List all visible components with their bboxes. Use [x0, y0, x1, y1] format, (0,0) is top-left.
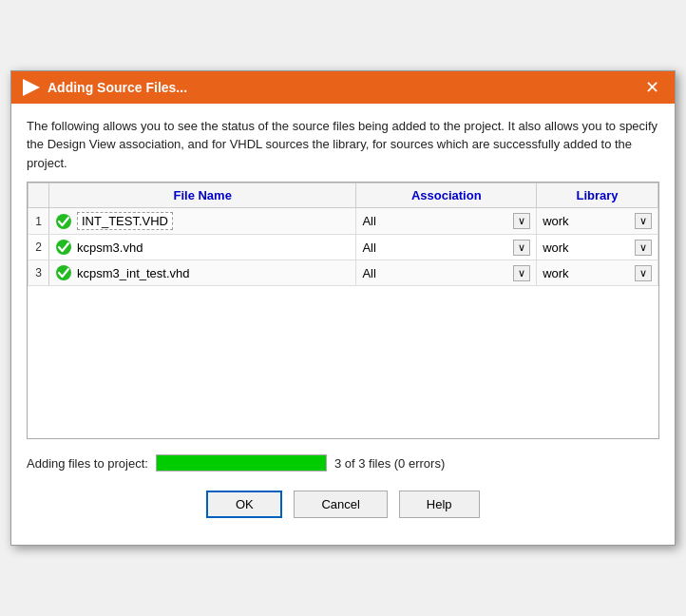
title-bar: Adding Source Files... ✕	[11, 71, 675, 104]
dialog-title: Adding Source Files...	[48, 80, 187, 95]
file-name-cell: INT_TEST.VHD	[49, 208, 356, 235]
file-name-cell: kcpsm3.vhd	[49, 235, 356, 260]
table-header-row: File Name Association Library	[29, 183, 658, 208]
ok-button[interactable]: OK	[206, 491, 282, 518]
row-number: 2	[29, 235, 49, 260]
association-dropdown[interactable]: ∨	[513, 265, 530, 281]
files-table-container: File Name Association Library 1INT_TEST.…	[27, 182, 659, 439]
library-value: work	[543, 266, 633, 280]
empty-table-area	[28, 286, 658, 438]
cancel-button[interactable]: Cancel	[294, 491, 387, 518]
library-dropdown[interactable]: ∨	[635, 213, 652, 229]
table-row: 3kcpsm3_int_test.vhdAll∨work∨	[29, 260, 658, 286]
table-row: 2kcpsm3.vhdAll∨work∨	[29, 235, 658, 260]
status-count: 3 of 3 files (0 errors)	[334, 456, 445, 471]
library-value: work	[543, 214, 633, 228]
library-dropdown[interactable]: ∨	[635, 240, 652, 256]
file-name-text: kcpsm3.vhd	[77, 241, 143, 255]
col-association-header: Association	[356, 183, 537, 208]
file-name-text: INT_TEST.VHD	[77, 212, 173, 230]
table-row: 1INT_TEST.VHDAll∨work∨	[29, 208, 658, 235]
status-ok-icon	[55, 264, 72, 281]
row-number: 1	[29, 208, 49, 235]
status-ok-icon	[55, 239, 72, 256]
dialog-body: The following allows you to see the stat…	[11, 104, 675, 546]
association-value: All	[362, 241, 511, 255]
library-value: work	[543, 241, 633, 255]
status-area: Adding files to project: 3 of 3 files (0…	[27, 449, 659, 473]
status-ok-icon	[55, 213, 72, 230]
row-number: 3	[29, 260, 49, 286]
association-dropdown[interactable]: ∨	[513, 240, 530, 256]
description-text: The following allows you to see the stat…	[27, 117, 659, 173]
association-value: All	[362, 214, 511, 228]
title-bar-left: Adding Source Files...	[23, 79, 187, 96]
col-num-header	[29, 183, 49, 208]
association-cell: All∨	[356, 235, 537, 260]
progress-bar-fill	[157, 455, 326, 471]
file-name-cell: kcpsm3_int_test.vhd	[49, 260, 356, 286]
file-name-text: kcpsm3_int_test.vhd	[77, 266, 190, 280]
col-filename-header: File Name	[49, 183, 356, 208]
dialog-window: Adding Source Files... ✕ The following a…	[10, 70, 676, 547]
library-cell: work∨	[537, 235, 658, 260]
table-body: 1INT_TEST.VHDAll∨work∨2kcpsm3.vhdAll∨wor…	[29, 208, 658, 286]
help-button[interactable]: Help	[399, 491, 480, 518]
association-dropdown[interactable]: ∨	[513, 213, 530, 229]
close-button[interactable]: ✕	[641, 79, 663, 96]
association-cell: All∨	[356, 208, 537, 235]
library-dropdown[interactable]: ∨	[635, 265, 652, 281]
col-library-header: Library	[537, 183, 658, 208]
svg-marker-0	[23, 79, 40, 96]
association-cell: All∨	[356, 260, 537, 286]
library-cell: work∨	[537, 208, 658, 235]
button-row: OK Cancel Help	[27, 483, 659, 531]
association-value: All	[362, 266, 511, 280]
progress-bar	[156, 454, 327, 472]
app-icon	[23, 79, 40, 96]
library-cell: work∨	[537, 260, 658, 286]
status-label: Adding files to project:	[27, 456, 148, 471]
files-table: File Name Association Library 1INT_TEST.…	[28, 183, 658, 286]
